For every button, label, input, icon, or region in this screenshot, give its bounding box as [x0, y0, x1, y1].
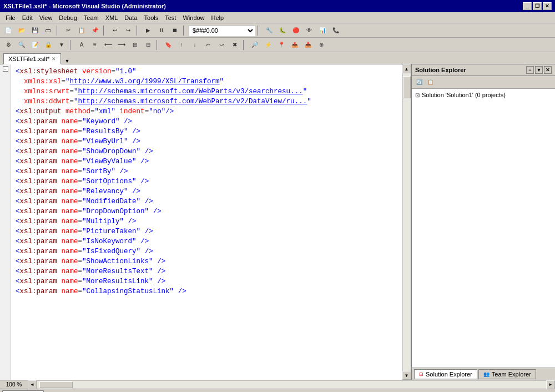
- collapse-marker[interactable]: −: [3, 66, 8, 72]
- tb2-13[interactable]: ↑: [175, 39, 188, 51]
- scroll-up-btn[interactable]: ▲: [402, 64, 411, 73]
- tb2-1[interactable]: ⚙: [2, 39, 14, 51]
- zoom-level: 100 %: [0, 381, 28, 388]
- sep4: [183, 26, 186, 36]
- start-btn[interactable]: ▶: [142, 24, 154, 37]
- menu-xml[interactable]: XML: [102, 13, 122, 22]
- sep2: [103, 26, 107, 36]
- tb2-19[interactable]: ⚡: [262, 39, 274, 51]
- hscroll-thumb[interactable]: [39, 381, 73, 388]
- tb2-21[interactable]: 📤: [289, 39, 301, 51]
- tb2-3[interactable]: 📝: [29, 39, 41, 51]
- menu-debug[interactable]: Debug: [56, 13, 80, 22]
- open-file-btn[interactable]: 📂: [16, 24, 28, 37]
- team-explorer-tab-label: Team Explorer: [492, 371, 531, 378]
- pause-btn[interactable]: ⏸: [155, 24, 168, 37]
- menu-bar: File Edit View Debug Team XML Data Tools…: [0, 12, 555, 23]
- tab-dropdown-btn[interactable]: ▼: [64, 58, 69, 64]
- build-btn[interactable]: 🔧: [263, 24, 275, 37]
- solution-icon: ⊡: [415, 92, 420, 98]
- tb2-18[interactable]: 🔎: [249, 39, 261, 51]
- format-dropdown[interactable]: $###0.00: [189, 25, 255, 36]
- team-explorer-tab[interactable]: 👥 Team Explorer: [478, 369, 536, 379]
- tb2-17[interactable]: ✖: [229, 39, 241, 51]
- menu-file[interactable]: File: [2, 13, 19, 22]
- tb2-2[interactable]: 🔍: [16, 39, 28, 51]
- menu-test[interactable]: Test: [162, 13, 179, 22]
- code-content[interactable]: <xsl:stylesheet version="1.0" xmlns:xsl=…: [11, 64, 402, 380]
- sep7: [157, 40, 160, 50]
- tb2-23[interactable]: ⊕: [315, 39, 327, 51]
- tb2-12[interactable]: 🔖: [162, 39, 174, 51]
- title-bar: XSLTFile1.xslt* - Microsoft Visual Studi…: [0, 0, 555, 12]
- sep5: [258, 26, 261, 36]
- menu-tools[interactable]: Tools: [141, 13, 162, 22]
- debug2-btn[interactable]: 🐛: [276, 24, 289, 37]
- paste-btn[interactable]: 📌: [89, 24, 101, 37]
- stop-btn[interactable]: ⏹: [169, 24, 181, 37]
- solution-explorer-title: Solution Explorer: [415, 67, 466, 73]
- se-pin-btn[interactable]: −: [526, 66, 534, 74]
- save-all-btn[interactable]: 🗃: [42, 24, 54, 37]
- solution-explorer-tab[interactable]: ⊡ Solution Explorer: [414, 369, 477, 379]
- scroll-track[interactable]: [402, 73, 411, 371]
- tb2-15[interactable]: ⤺: [202, 39, 214, 51]
- hscroll-track[interactable]: [37, 381, 546, 389]
- locals-btn[interactable]: 📊: [316, 24, 329, 37]
- menu-team[interactable]: Team: [80, 13, 102, 22]
- watch-btn[interactable]: 👁: [303, 24, 315, 37]
- minimize-button[interactable]: _: [523, 2, 532, 10]
- menu-window[interactable]: Window: [179, 13, 208, 22]
- tb2-7[interactable]: ≡: [89, 39, 101, 51]
- menu-view[interactable]: View: [36, 13, 56, 22]
- tb2-6[interactable]: A: [75, 39, 88, 51]
- tb2-16[interactable]: ⤻: [215, 39, 228, 51]
- menu-help[interactable]: Help: [208, 13, 228, 22]
- scroll-down-btn[interactable]: ▼: [402, 371, 411, 380]
- tb2-10[interactable]: ⊞: [129, 39, 141, 51]
- right-panel: Solution Explorer − ▼ ✕ 🔄 📋 ⊡ Solution '…: [411, 64, 555, 380]
- team-explorer-icon: 👥: [483, 371, 490, 377]
- solution-explorer-icon: ⊡: [419, 371, 423, 377]
- window-controls: _ ❐ ✕: [523, 2, 552, 10]
- tb2-9[interactable]: ⟶: [115, 39, 128, 51]
- hscroll-left-btn[interactable]: ◄: [28, 380, 37, 389]
- se-float-btn[interactable]: ▼: [535, 66, 543, 74]
- editor-tab-label: XSLTFile1.xslt*: [8, 56, 49, 62]
- close-button[interactable]: ✕: [543, 2, 552, 10]
- cut-btn[interactable]: ✂: [62, 24, 74, 37]
- maximize-button[interactable]: ❐: [533, 2, 542, 10]
- tb2-20[interactable]: 📍: [275, 39, 287, 51]
- tab-bar: XSLTFile1.xslt* ✕ ▼: [0, 52, 555, 64]
- error-list-tab[interactable]: ⚠ Error List: [2, 390, 44, 393]
- undo-btn[interactable]: ↩: [109, 24, 121, 37]
- editor-area: <xsl:stylesheet version="1.0" xmlns:xsl=…: [11, 64, 411, 380]
- save-btn[interactable]: 💾: [29, 24, 41, 37]
- tb2-5[interactable]: ▼: [56, 39, 68, 51]
- solution-label: Solution 'Solution1' (0 projects): [422, 92, 506, 98]
- hscroll-right-btn[interactable]: ►: [546, 380, 555, 389]
- se-props-btn[interactable]: 📋: [425, 77, 435, 87]
- menu-data[interactable]: Data: [121, 13, 140, 22]
- toolbar-row-2: ⚙ 🔍 📝 🔒 ▼ A ≡ ⟵ ⟶ ⊞ ⊟ 🔖 ↑ ↓ ⤺ ⤻ ✖ 🔎 ⚡ 📍 …: [0, 38, 555, 52]
- tb2-8[interactable]: ⟵: [102, 39, 114, 51]
- call-btn[interactable]: 📞: [330, 24, 342, 37]
- se-close-btn[interactable]: ✕: [544, 66, 552, 74]
- solution-tree: ⊡ Solution 'Solution1' (0 projects): [412, 89, 555, 368]
- solution-item[interactable]: ⊡ Solution 'Solution1' (0 projects): [414, 91, 553, 99]
- vertical-scrollbar: ▲ ▼: [402, 64, 411, 380]
- tb2-14[interactable]: ↓: [189, 39, 201, 51]
- tb2-4[interactable]: 🔒: [42, 39, 54, 51]
- tb2-11[interactable]: ⊟: [142, 39, 154, 51]
- solution-explorer-tab-label: Solution Explorer: [426, 371, 472, 378]
- se-refresh-btn[interactable]: 🔄: [414, 77, 424, 87]
- tb2-22[interactable]: 📥: [302, 39, 314, 51]
- breakpoint-btn[interactable]: 🔴: [290, 24, 302, 37]
- scroll-thumb[interactable]: [403, 76, 411, 98]
- tab-close-btn[interactable]: ✕: [52, 56, 56, 62]
- redo-btn[interactable]: ↪: [122, 24, 134, 37]
- editor-tab-xslt[interactable]: XSLTFile1.xslt* ✕: [3, 53, 61, 64]
- copy-btn[interactable]: 📋: [75, 24, 88, 37]
- menu-edit[interactable]: Edit: [19, 13, 36, 22]
- new-file-btn[interactable]: 📄: [2, 24, 14, 37]
